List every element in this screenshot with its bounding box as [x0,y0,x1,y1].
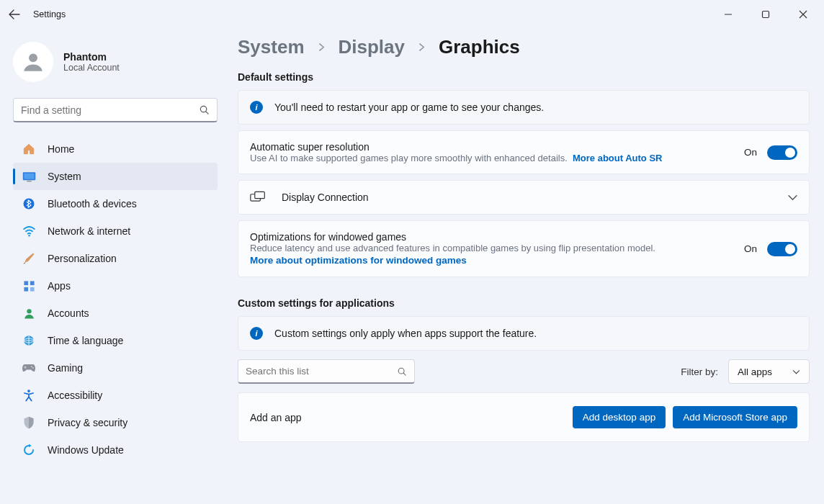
windowed-toggle-state: On [744,243,757,254]
svg-rect-6 [24,173,34,179]
svg-line-23 [403,373,406,375]
sidebar-item-label: Network & internet [48,225,130,237]
auto-sr-setting: Automatic super resolution Use AI to mak… [238,130,810,174]
sidebar-item-label: Personalization [48,253,117,264]
svg-point-9 [28,235,30,237]
sidebar-item-label: Home [48,143,74,155]
windowed-title: Optimizations for windowed games [250,231,733,243]
filter-by-label: Filter by: [681,366,718,377]
svg-rect-21 [255,192,265,198]
sidebar-item-accessibility[interactable]: Accessibility [13,382,218,409]
add-store-app-button[interactable]: Add Microsoft Store app [673,406,797,428]
svg-rect-1 [763,12,769,18]
maximize-button[interactable] [751,4,781,25]
sidebar-item-label: Windows Update [48,444,124,456]
sidebar-item-label: Apps [48,280,71,292]
minimize-button[interactable] [713,4,743,25]
app-list-search[interactable] [238,359,415,384]
sidebar-item-apps[interactable]: Apps [13,272,218,300]
bluetooth-icon [22,197,36,211]
app-list-search-input[interactable] [246,366,397,377]
svg-rect-7 [27,181,31,181]
window-title: Settings [33,9,66,19]
sidebar-item-system[interactable]: System [13,163,218,190]
close-button[interactable] [788,4,818,25]
search-icon [397,366,407,377]
windowed-toggle[interactable] [767,242,797,256]
svg-rect-11 [30,281,34,285]
user-name: Phantom [63,51,120,63]
sidebar-item-label: Accessibility [48,390,102,401]
sidebar-item-network[interactable]: Network & internet [13,217,218,245]
breadcrumb-system[interactable]: System [238,36,305,58]
svg-point-14 [27,309,31,313]
chevron-down-icon [792,368,800,376]
default-settings-heading: Default settings [238,71,810,83]
filter-dropdown-value: All apps [738,366,772,377]
windowed-optimizations-setting: Optimizations for windowed games Reduce … [238,220,810,277]
windowed-link[interactable]: More about optimizations for windowed ga… [250,255,467,266]
sidebar-item-privacy[interactable]: Privacy & security [13,409,218,436]
avatar [13,42,53,82]
update-icon [22,443,36,457]
search-icon [199,104,210,115]
globe-clock-icon [22,333,36,348]
shield-icon [22,415,36,430]
search-input[interactable] [21,104,199,116]
display-connection-icon [250,191,266,204]
sidebar-item-label: Gaming [48,362,83,374]
sidebar-item-label: Privacy & security [48,417,127,428]
custom-settings-heading: Custom settings for applications [238,297,810,309]
auto-sr-title: Automatic super resolution [250,141,733,153]
person-icon [22,306,36,320]
svg-rect-13 [30,287,34,291]
sidebar-item-bluetooth[interactable]: Bluetooth & devices [13,190,218,217]
svg-point-18 [32,367,34,369]
custom-info-text: Custom settings only apply when apps sup… [274,328,797,339]
svg-line-4 [206,112,208,114]
info-icon: i [250,101,263,114]
sidebar-item-label: Bluetooth & devices [48,198,137,210]
add-desktop-app-button[interactable]: Add desktop app [573,406,666,428]
user-profile[interactable]: Phantom Local Account [13,42,218,82]
sidebar-nav: Home System Bluetooth & devices Network … [13,135,218,464]
windowed-description: Reduce latency and use advanced features… [250,243,733,253]
breadcrumb-graphics: Graphics [439,36,520,58]
auto-sr-description: Use AI to make supported games play more… [250,153,568,163]
sidebar-item-label: Accounts [48,307,89,319]
wifi-icon [22,224,36,238]
svg-point-2 [29,53,37,62]
display-connection-title: Display Connection [282,192,776,203]
brush-icon [22,251,36,266]
sidebar-item-gaming[interactable]: Gaming [13,354,218,382]
sidebar-item-home[interactable]: Home [13,135,218,163]
custom-info-banner: i Custom settings only apply when apps s… [238,316,810,351]
breadcrumb: System Display Graphics [238,36,810,58]
back-button[interactable] [6,6,23,23]
auto-sr-link[interactable]: More about Auto SR [573,153,662,163]
breadcrumb-display[interactable]: Display [339,36,406,58]
sidebar-item-windows-update[interactable]: Windows Update [13,436,218,464]
sidebar-item-label: System [48,171,81,182]
info-icon: i [250,327,263,340]
home-icon [22,142,36,156]
chevron-down-icon [788,193,797,202]
svg-rect-12 [24,287,28,291]
display-connection-expander[interactable]: Display Connection [238,180,810,215]
settings-search[interactable] [13,98,218,122]
auto-sr-toggle[interactable] [767,145,797,160]
sidebar-item-label: Time & language [48,335,123,346]
restart-info-banner: i You'll need to restart your app or gam… [238,90,810,125]
sidebar-item-personalization[interactable]: Personalization [13,245,218,272]
filter-dropdown[interactable]: All apps [728,359,810,384]
svg-point-19 [27,390,30,392]
svg-rect-10 [24,281,28,285]
chevron-right-icon [318,43,326,51]
sidebar-item-time-language[interactable]: Time & language [13,327,218,354]
add-app-panel: Add an app Add desktop app Add Microsoft… [238,392,810,442]
system-icon [22,169,36,184]
sidebar-item-accounts[interactable]: Accounts [13,300,218,327]
add-app-title: Add an app [250,412,302,423]
user-account-type: Local Account [63,63,120,73]
apps-icon [22,279,36,293]
